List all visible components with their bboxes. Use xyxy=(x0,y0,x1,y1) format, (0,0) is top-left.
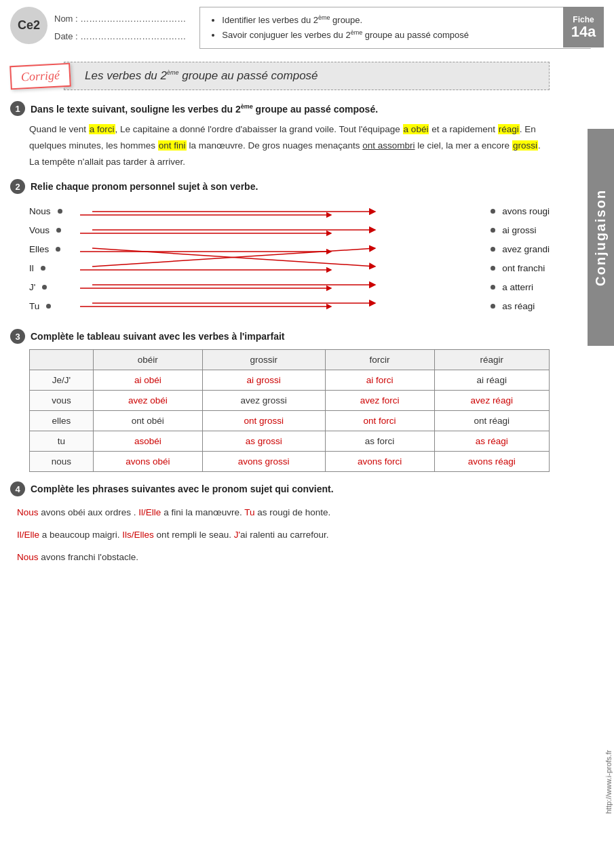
pronoun-nous: nous xyxy=(30,452,94,472)
exercise-4-header: 4 Complète les phrases suivantes avec le… xyxy=(10,481,550,496)
exercise-3-number: 3 xyxy=(10,329,25,344)
pronoun-ilelle-p2: Il/Elle xyxy=(17,530,39,540)
highlight-fini: ont fini xyxy=(158,140,187,151)
exercise-1-title: Dans le texte suivant, souligne les verb… xyxy=(31,103,378,115)
website-label: http://www.i-profs.fr xyxy=(605,750,613,814)
phrase-3: Nous avons franchi l'obstacle. xyxy=(17,548,550,566)
ce2-badge: Ce2 xyxy=(10,7,47,44)
pronoun-elles: elles xyxy=(30,411,94,431)
phrase-3-part1: avons franchi l'obstacle. xyxy=(39,552,138,562)
pronoun-j-p2: J' xyxy=(234,530,240,540)
date-line: Date : ……………………………… xyxy=(54,28,186,45)
objective-2: Savoir conjuguer les verbes du 2ème grou… xyxy=(222,28,594,43)
exercise-1-header: 1 Dans le texte suivant, souligne les ve… xyxy=(10,101,550,116)
phrase-1-part2: a fini la manœuvre. xyxy=(161,507,244,517)
cell-tu-obeir: asobéi xyxy=(93,431,202,452)
table-row-elles: elles ont obéi ont grossi ont forci ont … xyxy=(30,411,550,431)
exercise-2-matching-visual xyxy=(10,199,604,325)
conjugaison-sidebar: Conjugaison xyxy=(588,129,614,346)
exercise-3-header: 3 Complète le tableau suivant avec les v… xyxy=(10,329,550,344)
pronoun-vous: vous xyxy=(30,391,94,411)
exercise-1-text: Quand le vent a forci, Le capitaine a do… xyxy=(29,121,550,170)
exercise-2-title: Relie chaque pronom personnel sujet à so… xyxy=(31,181,258,192)
exercise-1: 1 Dans le texte suivant, souligne les ve… xyxy=(10,101,604,170)
exercise-2-header: 2 Relie chaque pronom personnel sujet à … xyxy=(10,179,550,194)
highlight-assombri: ont assombri xyxy=(362,140,415,151)
cell-elles-grossir: ont grossi xyxy=(202,411,325,431)
cell-tu-grossir: as grossi xyxy=(202,431,325,452)
cell-je-reagir: ai réagi xyxy=(434,370,549,391)
phrase-2: Il/Elle a beaucoup maigri. Ils/Elles ont… xyxy=(17,526,550,544)
exercise-2-number: 2 xyxy=(10,179,25,194)
pronoun-nous-p1: Nous xyxy=(17,507,39,517)
cell-vous-reagir: avez réagi xyxy=(434,391,549,411)
cell-nous-grossir: avons grossi xyxy=(202,452,325,472)
cell-vous-grossir: avez grossi xyxy=(202,391,325,411)
exercise-4: 4 Complète les phrases suivantes avec le… xyxy=(10,481,604,566)
cell-elles-reagir: ont réagi xyxy=(434,411,549,431)
nom-line: Nom : ……………………………… xyxy=(54,10,186,28)
th-obeir: obéir xyxy=(93,350,202,370)
cell-elles-obeir: ont obéi xyxy=(93,411,202,431)
conjugation-table-container: obéir grossir forcir réagir Je/J' ai obé… xyxy=(29,349,550,472)
pronoun-nous-p3: Nous xyxy=(17,552,39,562)
nom-date-section: Nom : ……………………………… Date : ……………………………… xyxy=(54,7,186,49)
matching-svg xyxy=(29,199,550,325)
exercise-4-title: Complète les phrases suivantes avec le p… xyxy=(31,484,334,494)
pronoun-ilselles-p2: Ils/Elles xyxy=(122,530,154,540)
objectives-box: Identifier les verbes du 2ème groupe. Sa… xyxy=(199,7,604,49)
objective-1: Identifier les verbes du 2ème groupe. xyxy=(222,13,594,28)
highlight-grossi: grossi xyxy=(512,140,538,151)
cell-nous-obeir: avons obéi xyxy=(93,452,202,472)
highlight-reagi: réagi xyxy=(498,124,520,134)
cell-vous-obeir: avez obéi xyxy=(93,391,202,411)
cell-tu-reagir: as réagi xyxy=(434,431,549,452)
table-row-nous: nous avons obéi avons grossi avons forci… xyxy=(30,452,550,472)
corrige-stamp: Corrigé xyxy=(9,62,71,90)
pronoun-ilelle-p1: Il/Elle xyxy=(138,507,161,517)
table-row-tu: tu asobéi as grossi as forci as réagi xyxy=(30,431,550,452)
table-row-vous: vous avez obéi avez grossi avez forci av… xyxy=(30,391,550,411)
phrase-2-part1: a beaucoup maigri. xyxy=(39,530,122,540)
exercise-1-number: 1 xyxy=(10,101,25,116)
phrases-container: Nous avons obéi aux ordres . Il/Elle a f… xyxy=(17,503,550,566)
cell-je-obeir: ai obéi xyxy=(93,370,202,391)
cell-tu-forcir: as forci xyxy=(325,431,434,452)
header: Ce2 Nom : ……………………………… Date : …………………………… xyxy=(0,0,614,52)
pronoun-tu-p1: Tu xyxy=(244,507,254,517)
phrase-2-part3: ai ralenti au carrefour. xyxy=(240,530,329,540)
fiche-number: 14a xyxy=(571,24,596,39)
conjugation-table: obéir grossir forcir réagir Je/J' ai obé… xyxy=(29,349,550,472)
th-grossir: grossir xyxy=(202,350,325,370)
phrase-1-part1: avons obéi aux ordres . xyxy=(39,507,139,517)
cell-je-forcir: ai forci xyxy=(325,370,434,391)
lesson-title: Les verbes du 2ème groupe au passé compo… xyxy=(64,62,550,90)
cell-nous-reagir: avons réagi xyxy=(434,452,549,472)
fiche-badge: Fiche 14a xyxy=(563,7,604,47)
phrase-1: Nous avons obéi aux ordres . Il/Elle a f… xyxy=(17,503,550,521)
objectives-list: Identifier les verbes du 2ème groupe. Sa… xyxy=(210,13,594,43)
th-reagir: réagir xyxy=(434,350,549,370)
th-forcir: forcir xyxy=(325,350,434,370)
exercise-4-number: 4 xyxy=(10,481,25,496)
exercise-3-title: Complète le tableau suivant avec les ver… xyxy=(31,331,285,342)
exercise-3: 3 Complète le tableau suivant avec les v… xyxy=(10,329,604,472)
phrase-1-part3: as rougi de honte. xyxy=(254,507,330,517)
corrige-section: Corrigé Les verbes du 2ème groupe au pas… xyxy=(10,62,604,90)
phrase-2-part2: ont rempli le seau. xyxy=(154,530,234,540)
cell-elles-forcir: ont forci xyxy=(325,411,434,431)
cell-nous-forcir: avons forci xyxy=(325,452,434,472)
pronoun-tu: tu xyxy=(30,431,94,452)
cell-je-grossir: ai grossi xyxy=(202,370,325,391)
table-row-je: Je/J' ai obéi ai grossi ai forci ai réag… xyxy=(30,370,550,391)
highlight-obei: a obéi xyxy=(403,124,429,134)
text-a: a xyxy=(474,140,480,151)
highlight-forci: a forci xyxy=(89,124,115,134)
pronoun-je: Je/J' xyxy=(30,370,94,391)
table-header-row: obéir grossir forcir réagir xyxy=(30,350,550,370)
cell-vous-forcir: avez forci xyxy=(325,391,434,411)
th-empty xyxy=(30,350,94,370)
